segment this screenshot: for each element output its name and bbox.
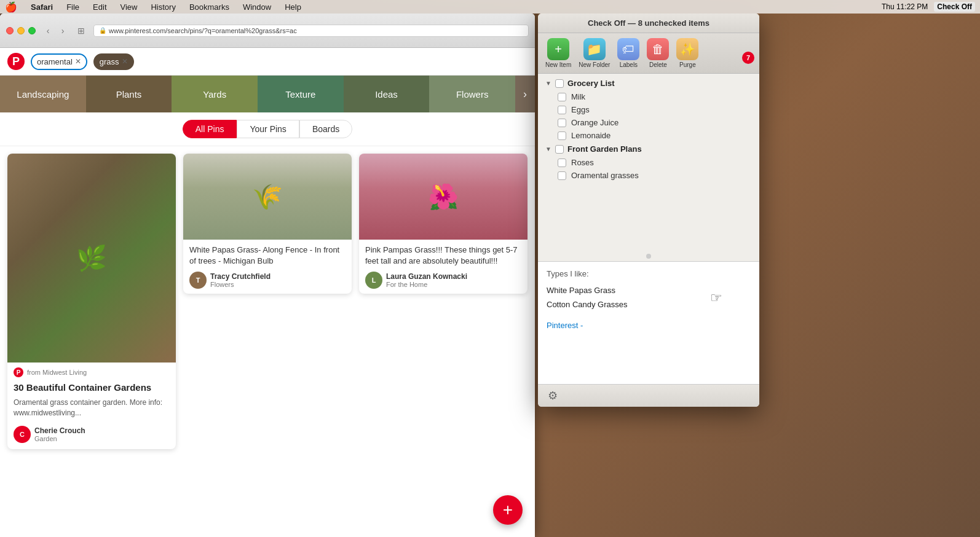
pin-user-info-tracy: Tracy Crutchfield Flowers [210,272,271,288]
app-name[interactable]: Safari [28,2,55,12]
menubar-checkoff[interactable]: Check Off [934,2,975,12]
pin-user-info: Cherie Crouch Garden [34,426,85,442]
new-folder-button[interactable]: 📁 New Folder [579,38,610,68]
pinterest-logo: P [7,53,25,70]
grocery-list-header[interactable]: ▼ Grocery List [538,76,759,90]
pin-user-info-laura: Laura Guzan Kownacki For the Home [386,272,467,288]
category-texture[interactable]: Texture [258,76,344,112]
delete-icon: 🗑 [647,38,669,60]
address-bar[interactable]: 🔒 www.pinterest.com/search/pins/?q=orame… [93,25,529,37]
notes-pinterest-link[interactable]: Pinterest - [547,319,751,332]
grass-tag-remove[interactable]: ✕ [122,57,128,66]
pin-avatar-laura: L [365,272,382,289]
apple-menu[interactable]: 🍎 [5,1,17,13]
garden-section-checkbox[interactable] [555,145,564,154]
category-plants[interactable]: Plants [86,76,172,112]
checkoff-list: ▼ Grocery List Milk Eggs Orange Juice Le… [538,74,759,251]
purge-icon: ✨ [676,38,698,60]
pin-content-pink-pampas: Pink Pampas Grass!!! These things get 5-… [359,240,528,294]
checkoff-notes[interactable]: Types I like: White Papas Grass Cotton C… [538,261,759,384]
list-item-oramental-grasses[interactable]: Oramental grasses [538,169,759,182]
list-item-eggs[interactable]: Eggs [538,103,759,116]
list-item-milk[interactable]: Milk [538,90,759,103]
eggs-checkbox[interactable] [558,106,566,114]
oramental-tag-remove[interactable]: ✕ [75,57,81,66]
oj-checkbox[interactable] [558,119,566,127]
grass-tag[interactable]: grass ✕ [93,53,134,70]
forward-button[interactable]: › [57,25,69,37]
show-sidebar-button[interactable]: ⊞ [75,25,87,37]
category-flowers[interactable]: Flowers [429,76,515,112]
file-menu[interactable]: File [64,2,82,12]
pin-card-container-garden[interactable]: 🌿 P from Midwest Living 30 Beautiful Con… [7,154,176,449]
history-menu[interactable]: History [148,2,178,12]
view-menu[interactable]: View [118,2,140,12]
new-item-icon: + [547,38,569,60]
pin-avatar-cherie: C [14,426,31,443]
list-item-roses[interactable]: Roses [538,156,759,169]
pin-title-pink-pampas: Pink Pampas Grass!!! These things get 5-… [365,245,521,267]
lemonaide-checkbox[interactable] [558,131,566,140]
roses-label: Roses [571,158,594,167]
oramental-tag[interactable]: oramental ✕ [31,53,87,70]
bookmarks-menu[interactable]: Bookmarks [187,2,232,12]
tab-your-pins[interactable]: Your Pins [237,120,299,138]
category-next-arrow[interactable]: › [515,76,535,112]
pin-main-title: 30 Beautiful Container Gardens [7,380,176,398]
grocery-list-section: ▼ Grocery List Milk Eggs Orange Juice Le… [538,76,759,142]
milk-checkbox[interactable] [558,93,566,101]
url-text: www.pinterest.com/search/pins/?q=orament… [109,27,297,34]
pin-column-2: 🌾 White Papas Grass- Along Fence - In fr… [183,154,352,294]
edit-menu[interactable]: Edit [90,2,109,12]
pin-title-white-papas: White Papas Grass- Along Fence - In fron… [189,245,346,267]
pin-column-3: 🌺 Pink Pampas Grass!!! These things get … [359,154,528,294]
tab-boards[interactable]: Boards [299,120,352,138]
minimize-button[interactable] [17,27,25,34]
labels-button[interactable]: 🏷 Labels [617,38,639,68]
pin-source-text: from Midwest Living [27,369,87,376]
garden-plans-header[interactable]: ▼ Front Garden Plans [538,142,759,156]
ssl-icon: 🔒 [99,27,106,34]
menubar-datetime: Thu 11:22 PM [882,2,928,11]
garden-toggle[interactable]: ▼ [545,146,551,152]
pin-card-white-papas[interactable]: 🌾 White Papas Grass- Along Fence - In fr… [183,154,352,294]
oramental-grasses-checkbox[interactable] [558,171,566,180]
category-yards[interactable]: Yards [172,76,258,112]
purge-button[interactable]: ✨ Purge [676,38,698,68]
pin-grid: 🌿 P from Midwest Living 30 Beautiful Con… [0,146,535,537]
milk-label: Milk [571,92,585,101]
lemonaide-label: Lemonaide [571,131,611,140]
tab-all-pins[interactable]: All Pins [183,120,237,138]
pin-card-pink-pampas[interactable]: 🌺 Pink Pampas Grass!!! These things get … [359,154,528,294]
checkoff-footer: ⚙ [538,384,759,407]
pin-username-laura: Laura Guzan Kownacki [386,272,467,281]
eggs-label: Eggs [571,105,590,114]
labels-label: Labels [620,61,638,68]
list-item-lemonaide[interactable]: Lemonaide [538,129,759,142]
category-landscaping[interactable]: Landscaping [0,76,86,112]
maximize-button[interactable] [28,27,36,34]
purge-label: Purge [679,61,696,68]
new-item-button[interactable]: + New Item [545,38,571,68]
close-button[interactable] [6,27,14,34]
add-pin-button[interactable]: + [493,495,523,525]
pin-image-container-garden: 🌿 [7,154,176,363]
list-item-oj[interactable]: Orange Juice [538,116,759,129]
oj-label: Orange Juice [571,118,618,127]
window-menu[interactable]: Window [240,2,274,12]
settings-button[interactable]: ⚙ [545,388,560,403]
pin-board: Garden [34,435,85,442]
scroll-indicator [646,254,651,259]
category-ideas[interactable]: Ideas [344,76,430,112]
help-menu[interactable]: Help [282,2,304,12]
delete-label: Delete [649,61,667,68]
grocery-toggle[interactable]: ▼ [545,80,551,87]
back-button[interactable]: ‹ [42,25,54,37]
grocery-section-checkbox[interactable] [555,79,564,88]
garden-plans-section: ▼ Front Garden Plans Roses Oramental gra… [538,142,759,182]
source-pinterest-logo: P [14,367,23,377]
grass-tag-label: grass [100,57,119,66]
labels-icon: 🏷 [617,38,639,60]
roses-checkbox[interactable] [558,159,566,167]
delete-button[interactable]: 🗑 Delete [647,38,669,68]
